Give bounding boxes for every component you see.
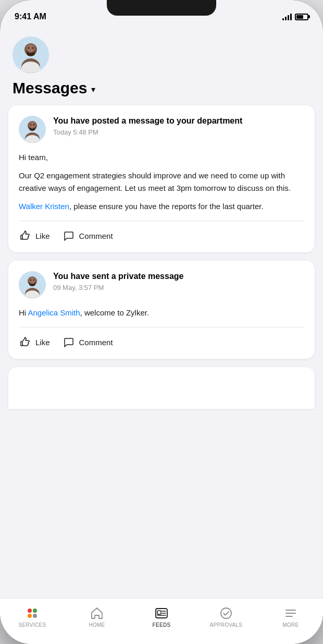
page-title-row: Messages ▾	[13, 79, 95, 97]
page-header: Messages ▾	[0, 31, 323, 105]
nav-item-services[interactable]: SERVICES	[0, 606, 65, 628]
bottom-navigation: SERVICES HOME	[0, 598, 323, 644]
message-card-2: You have sent a private message 09 May, …	[8, 261, 315, 359]
card-paragraph-1-0: Hi team,	[19, 151, 304, 163]
more-label: MORE	[282, 622, 299, 628]
svg-point-16	[30, 124, 31, 125]
like-label-2: Like	[35, 338, 50, 347]
status-icons	[282, 13, 308, 20]
feeds-icon	[155, 606, 168, 620]
like-label-1: Like	[35, 232, 50, 240]
comment-button-2[interactable]: Comment	[63, 336, 113, 348]
card-title-2: You have sent a private message	[53, 271, 183, 282]
card-meta-1: You have posted a message to your depart…	[53, 116, 242, 136]
card-divider-2	[19, 327, 304, 327]
approvals-label: APPROVALS	[210, 622, 243, 628]
svg-point-17	[33, 124, 34, 125]
status-time: 9:41 AM	[15, 12, 46, 21]
approvals-icon	[219, 606, 233, 620]
card-header-1: You have posted a message to your depart…	[19, 116, 304, 143]
more-icon	[284, 606, 297, 620]
nav-item-more[interactable]: MORE	[258, 606, 323, 628]
card-time-2: 09 May, 3:57 PM	[53, 284, 183, 291]
signal-icon	[282, 13, 292, 20]
services-icon	[26, 606, 39, 620]
like-icon-2	[19, 336, 31, 348]
dropdown-arrow-icon[interactable]: ▾	[91, 84, 95, 94]
services-label: SERVICES	[19, 622, 46, 628]
svg-point-27	[28, 609, 32, 613]
svg-point-30	[33, 614, 37, 618]
card-paragraph-2-0: Hi Angelica Smith, welcome to Zylker.	[19, 307, 304, 319]
page-title: Messages	[13, 79, 87, 97]
comment-icon-1	[63, 229, 75, 242]
mention-angelica: Angelica Smith	[28, 308, 80, 317]
comment-button-1[interactable]: Comment	[63, 229, 113, 242]
card-paragraph-1-2: Walker Kristen, please ensure you have t…	[19, 200, 304, 212]
card-header-2: You have sent a private message 09 May, …	[19, 271, 304, 298]
svg-point-7	[28, 47, 30, 49]
messages-list: You have posted a message to your depart…	[0, 105, 323, 461]
card-title-1: You have posted a message to your depart…	[53, 116, 242, 127]
phone-screen: 9:41 AM	[0, 0, 323, 644]
feeds-label: FEEDS	[153, 622, 171, 628]
svg-point-36	[221, 608, 231, 618]
svg-point-8	[32, 47, 34, 49]
nav-item-approvals[interactable]: APPROVALS	[194, 606, 258, 628]
home-label: HOME	[89, 622, 105, 628]
svg-point-25	[30, 280, 31, 281]
card-paragraph-1-1: Our Q2 engagement strategies should impr…	[19, 169, 304, 194]
card-meta-2: You have sent a private message 09 May, …	[53, 271, 183, 291]
phone-frame: 9:41 AM	[0, 0, 323, 644]
card-actions-2: Like Comment	[19, 336, 304, 348]
svg-point-24	[29, 277, 36, 284]
message-card-1: You have posted a message to your depart…	[8, 105, 315, 252]
comment-label-2: Comment	[79, 338, 113, 347]
content-area: Messages ▾	[0, 26, 323, 644]
comment-label-1: Comment	[79, 232, 113, 240]
card-time-1: Today 5:48 PM	[53, 128, 242, 136]
like-button-1[interactable]: Like	[19, 229, 50, 242]
svg-point-6	[27, 44, 35, 53]
like-button-2[interactable]: Like	[19, 336, 50, 348]
sender-avatar-2	[19, 271, 46, 298]
battery-icon	[295, 14, 308, 20]
like-icon-1	[19, 229, 31, 242]
nav-item-feeds[interactable]: FEEDS	[129, 606, 194, 628]
card-body-2: Hi Angelica Smith, welcome to Zylker.	[19, 307, 304, 319]
nav-item-home[interactable]: HOME	[65, 606, 129, 628]
message-card-3-partial	[8, 367, 315, 409]
svg-point-28	[33, 609, 37, 613]
card-body-1: Hi team, Our Q2 engagement strategies sh…	[19, 151, 304, 212]
card-actions-1: Like Comment	[19, 229, 304, 242]
sender-avatar-1	[19, 116, 46, 143]
notch	[107, 0, 216, 16]
user-avatar[interactable]	[13, 37, 49, 73]
home-icon	[90, 606, 104, 620]
svg-rect-32	[157, 611, 161, 614]
card-divider-1	[19, 221, 304, 221]
svg-point-29	[28, 614, 32, 618]
svg-point-26	[33, 280, 34, 281]
comment-icon-2	[63, 336, 75, 348]
svg-point-15	[29, 122, 36, 129]
mention-walker: Walker Kristen	[19, 202, 69, 211]
